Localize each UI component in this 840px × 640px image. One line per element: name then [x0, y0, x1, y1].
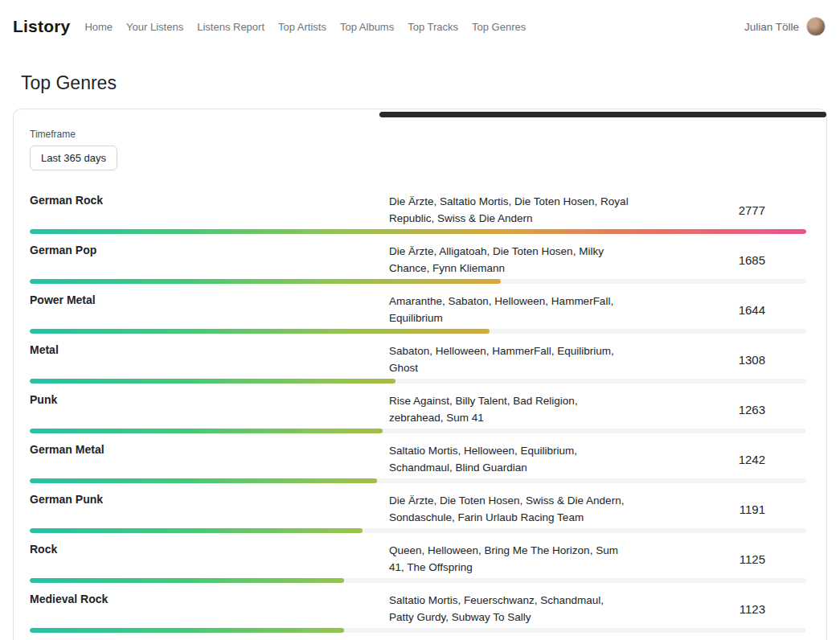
nav-item-listens-report[interactable]: Listens Report: [197, 21, 264, 33]
genre-bar-track: [30, 478, 806, 483]
genre-name: German Punk: [30, 492, 389, 526]
page-title: Top Genres: [21, 72, 840, 94]
genre-bar-track: [30, 229, 806, 234]
genre-bar: [30, 279, 501, 284]
nav-item-top-artists[interactable]: Top Artists: [278, 21, 326, 33]
user-menu: Julian Tölle: [744, 17, 826, 36]
timeframe-label: Timeframe: [30, 129, 806, 140]
genre-row: Metal Sabaton, Helloween, HammerFall, Eq…: [30, 336, 806, 384]
genre-bar: [30, 429, 383, 433]
nav-item-top-tracks[interactable]: Top Tracks: [408, 21, 458, 33]
top-genres-card: Timeframe Last 365 days German Rock Die …: [13, 109, 827, 640]
genre-row: Punk Rise Against, Billy Talent, Bad Rel…: [30, 386, 806, 433]
genre-bar: [30, 578, 344, 583]
genre-row: German Rock Die Ärzte, Saltatio Mortis, …: [30, 187, 806, 234]
genre-name: German Pop: [30, 243, 389, 277]
genre-row: German Metal Saltatio Mortis, Helloween,…: [30, 436, 806, 483]
avatar[interactable]: [806, 17, 826, 36]
genre-artists: Sabaton, Helloween, HammerFall, Equilibr…: [389, 343, 630, 376]
genre-name: German Rock: [30, 193, 389, 227]
genre-row: Rock Queen, Helloween, Bring Me The Hori…: [30, 535, 806, 583]
genre-bar-track: [30, 528, 806, 533]
genre-artists: Die Ärzte, Die Toten Hosen, Swiss & Die …: [389, 492, 630, 526]
genre-artists: Amaranthe, Sabaton, Helloween, HammerFal…: [389, 293, 630, 326]
main-nav: Home Your Listens Listens Report Top Art…: [84, 21, 526, 33]
genre-artists: Saltatio Mortis, Helloween, Equilibrium,…: [389, 442, 630, 476]
genre-row: Melodic Metal Unleash The Archers, Hello…: [30, 635, 806, 640]
genre-artists: Saltatio Mortis, Feuerschwanz, Schandmau…: [389, 592, 630, 626]
genre-row: German Pop Die Ärzte, Alligatoah, Die To…: [30, 236, 806, 284]
genre-name: Medieval Rock: [30, 592, 389, 626]
genre-count: 2777: [630, 203, 806, 217]
genre-name: Rock: [30, 542, 389, 576]
nav-item-top-genres[interactable]: Top Genres: [472, 21, 526, 33]
genre-bar: [30, 379, 395, 384]
genre-artists: Queen, Helloween, Bring Me The Horizon, …: [389, 542, 630, 576]
genre-count: 1308: [630, 353, 806, 367]
genre-bar: [30, 229, 806, 234]
genre-bar: [30, 628, 344, 633]
genre-bar-track: [30, 628, 806, 633]
nav-item-your-listens[interactable]: Your Listens: [126, 21, 183, 33]
genre-bar-track: [30, 279, 806, 284]
genre-table: German Rock Die Ärzte, Saltatio Mortis, …: [30, 187, 806, 640]
genre-bar-track: [30, 379, 806, 384]
horizontal-scrollbar-thumb[interactable]: [379, 112, 826, 117]
genre-name: Punk: [30, 392, 389, 426]
top-navbar: Listory Home Your Listens Listens Report…: [0, 0, 840, 53]
genre-count: 1123: [630, 602, 806, 616]
genre-bar: [30, 329, 490, 334]
genre-bar-track: [30, 329, 806, 334]
genre-count: 1263: [630, 403, 806, 416]
genre-bar-track: [30, 429, 806, 433]
genre-count: 1644: [630, 303, 806, 317]
brand-logo[interactable]: Listory: [13, 17, 70, 36]
timeframe-select[interactable]: Last 365 days: [30, 146, 117, 170]
genre-bar: [30, 528, 363, 533]
genre-row: Power Metal Amaranthe, Sabaton, Hellowee…: [30, 286, 806, 334]
genre-count: 1242: [630, 453, 806, 466]
user-name[interactable]: Julian Tölle: [744, 21, 799, 33]
nav-item-top-albums[interactable]: Top Albums: [340, 21, 394, 33]
genre-bar-track: [30, 578, 806, 583]
genre-bar: [30, 478, 377, 483]
genre-name: German Metal: [30, 442, 389, 476]
genre-row: German Punk Die Ärzte, Die Toten Hosen, …: [30, 486, 806, 533]
genre-artists: Die Ärzte, Alligatoah, Die Toten Hosen, …: [389, 243, 630, 277]
genre-row: Medieval Rock Saltatio Mortis, Feuerschw…: [30, 585, 806, 633]
genre-artists: Die Ärzte, Saltatio Mortis, Die Toten Ho…: [389, 193, 630, 227]
genre-count: 1191: [630, 503, 806, 516]
nav-item-home[interactable]: Home: [84, 21, 113, 33]
genre-count: 1125: [630, 552, 806, 566]
genre-name: Metal: [30, 343, 389, 376]
genre-name: Power Metal: [30, 293, 389, 326]
genre-count: 1685: [630, 253, 806, 267]
genre-artists: Rise Against, Billy Talent, Bad Religion…: [389, 392, 630, 426]
